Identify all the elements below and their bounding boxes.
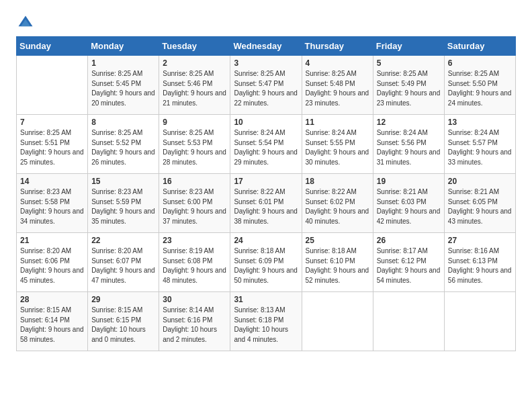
day-cell: 22 Sunrise: 8:20 AMSunset: 6:07 PMDaylig… [88, 233, 159, 292]
day-number: 23 [163, 236, 226, 245]
day-number: 6 [448, 58, 512, 68]
day-cell: 25 Sunrise: 8:18 AMSunset: 6:10 PMDaylig… [302, 233, 373, 292]
day-number: 22 [91, 236, 155, 245]
day-number: 18 [306, 177, 369, 186]
day-cell [17, 56, 88, 115]
day-info: Sunrise: 8:24 AMSunset: 5:56 PMDaylight:… [377, 128, 441, 167]
day-cell: 29 Sunrise: 8:15 AMSunset: 6:15 PMDaylig… [88, 292, 159, 351]
logo-icon [16, 13, 35, 32]
week-row-5: 28 Sunrise: 8:15 AMSunset: 6:14 PMDaylig… [17, 292, 516, 351]
day-number: 29 [91, 295, 155, 304]
day-info: Sunrise: 8:24 AMSunset: 5:55 PMDaylight:… [306, 128, 369, 167]
day-cell: 20 Sunrise: 8:21 AMSunset: 6:05 PMDaylig… [444, 174, 515, 233]
day-cell: 8 Sunrise: 8:25 AMSunset: 5:52 PMDayligh… [88, 115, 159, 174]
day-number: 9 [163, 118, 226, 127]
day-cell: 12 Sunrise: 8:24 AMSunset: 5:56 PMDaylig… [373, 115, 444, 174]
day-number: 13 [448, 118, 512, 127]
day-info: Sunrise: 8:17 AMSunset: 6:12 PMDaylight:… [377, 246, 441, 285]
day-info: Sunrise: 8:25 AMSunset: 5:49 PMDaylight:… [377, 69, 441, 108]
day-number: 1 [91, 58, 155, 68]
day-number: 20 [448, 177, 512, 186]
day-number: 10 [234, 118, 298, 127]
day-info: Sunrise: 8:25 AMSunset: 5:45 PMDaylight:… [91, 69, 155, 108]
day-info: Sunrise: 8:25 AMSunset: 5:50 PMDaylight:… [448, 69, 512, 108]
day-number: 25 [306, 236, 369, 245]
day-cell: 13 Sunrise: 8:24 AMSunset: 5:57 PMDaylig… [444, 115, 515, 174]
day-number: 26 [377, 236, 441, 245]
day-info: Sunrise: 8:25 AMSunset: 5:53 PMDaylight:… [163, 128, 226, 167]
day-cell: 30 Sunrise: 8:14 AMSunset: 6:16 PMDaylig… [159, 292, 230, 351]
day-cell: 19 Sunrise: 8:21 AMSunset: 6:03 PMDaylig… [373, 174, 444, 233]
day-number: 27 [448, 236, 512, 245]
day-info: Sunrise: 8:25 AMSunset: 5:48 PMDaylight:… [306, 69, 369, 108]
day-cell: 11 Sunrise: 8:24 AMSunset: 5:55 PMDaylig… [302, 115, 373, 174]
day-number: 3 [234, 58, 298, 68]
day-number: 11 [306, 118, 369, 127]
header-friday: Friday [373, 37, 444, 56]
day-cell: 9 Sunrise: 8:25 AMSunset: 5:53 PMDayligh… [159, 115, 230, 174]
day-cell: 27 Sunrise: 8:16 AMSunset: 6:13 PMDaylig… [444, 233, 515, 292]
day-number: 16 [163, 177, 226, 186]
day-number: 12 [377, 118, 441, 127]
day-cell: 26 Sunrise: 8:17 AMSunset: 6:12 PMDaylig… [373, 233, 444, 292]
day-cell: 18 Sunrise: 8:22 AMSunset: 6:02 PMDaylig… [302, 174, 373, 233]
day-cell: 16 Sunrise: 8:23 AMSunset: 6:00 PMDaylig… [159, 174, 230, 233]
header-row: SundayMondayTuesdayWednesdayThursdayFrid… [17, 37, 516, 56]
day-info: Sunrise: 8:25 AMSunset: 5:52 PMDaylight:… [91, 128, 155, 167]
day-cell: 28 Sunrise: 8:15 AMSunset: 6:14 PMDaylig… [17, 292, 88, 351]
day-cell: 2 Sunrise: 8:25 AMSunset: 5:46 PMDayligh… [159, 56, 230, 115]
day-info: Sunrise: 8:21 AMSunset: 6:03 PMDaylight:… [377, 187, 441, 226]
day-info: Sunrise: 8:24 AMSunset: 5:57 PMDaylight:… [448, 128, 512, 167]
day-cell: 10 Sunrise: 8:24 AMSunset: 5:54 PMDaylig… [230, 115, 302, 174]
day-number: 8 [91, 118, 155, 127]
day-number: 21 [20, 236, 84, 245]
calendar-table: SundayMondayTuesdayWednesdayThursdayFrid… [16, 36, 516, 351]
header-wednesday: Wednesday [230, 37, 302, 56]
day-info: Sunrise: 8:23 AMSunset: 5:59 PMDaylight:… [91, 187, 155, 226]
day-number: 31 [234, 295, 298, 304]
day-number: 4 [306, 58, 369, 68]
day-number: 14 [20, 177, 84, 186]
day-info: Sunrise: 8:23 AMSunset: 5:58 PMDaylight:… [20, 187, 84, 226]
header-thursday: Thursday [302, 37, 373, 56]
day-info: Sunrise: 8:25 AMSunset: 5:51 PMDaylight:… [20, 128, 84, 167]
day-info: Sunrise: 8:22 AMSunset: 6:01 PMDaylight:… [234, 187, 298, 226]
day-cell: 6 Sunrise: 8:25 AMSunset: 5:50 PMDayligh… [444, 56, 515, 115]
day-number: 19 [377, 177, 441, 186]
day-number: 5 [377, 58, 441, 68]
day-info: Sunrise: 8:24 AMSunset: 5:54 PMDaylight:… [234, 128, 298, 167]
header-monday: Monday [88, 37, 159, 56]
day-cell: 5 Sunrise: 8:25 AMSunset: 5:49 PMDayligh… [373, 56, 444, 115]
header-tuesday: Tuesday [159, 37, 230, 56]
day-cell: 1 Sunrise: 8:25 AMSunset: 5:45 PMDayligh… [88, 56, 159, 115]
day-info: Sunrise: 8:13 AMSunset: 6:18 PMDaylight:… [234, 306, 298, 345]
week-row-4: 21 Sunrise: 8:20 AMSunset: 6:06 PMDaylig… [17, 233, 516, 292]
day-info: Sunrise: 8:19 AMSunset: 6:08 PMDaylight:… [163, 246, 226, 285]
day-number: 7 [20, 118, 84, 127]
day-number: 17 [234, 177, 298, 186]
day-number: 2 [163, 58, 226, 68]
day-info: Sunrise: 8:18 AMSunset: 6:10 PMDaylight:… [306, 246, 369, 285]
day-cell: 4 Sunrise: 8:25 AMSunset: 5:48 PMDayligh… [302, 56, 373, 115]
day-info: Sunrise: 8:25 AMSunset: 5:46 PMDaylight:… [163, 69, 226, 108]
day-cell: 14 Sunrise: 8:23 AMSunset: 5:58 PMDaylig… [17, 174, 88, 233]
day-number: 24 [234, 236, 298, 245]
day-cell: 7 Sunrise: 8:25 AMSunset: 5:51 PMDayligh… [17, 115, 88, 174]
header-saturday: Saturday [444, 37, 515, 56]
day-info: Sunrise: 8:22 AMSunset: 6:02 PMDaylight:… [306, 187, 369, 226]
day-cell: 17 Sunrise: 8:22 AMSunset: 6:01 PMDaylig… [230, 174, 302, 233]
day-info: Sunrise: 8:21 AMSunset: 6:05 PMDaylight:… [448, 187, 512, 226]
day-number: 28 [20, 295, 84, 304]
day-cell [373, 292, 444, 351]
day-info: Sunrise: 8:14 AMSunset: 6:16 PMDaylight:… [163, 306, 226, 345]
day-info: Sunrise: 8:23 AMSunset: 6:00 PMDaylight:… [163, 187, 226, 226]
logo [16, 13, 38, 32]
page-header [16, 13, 516, 32]
day-info: Sunrise: 8:20 AMSunset: 6:06 PMDaylight:… [20, 246, 84, 285]
day-info: Sunrise: 8:15 AMSunset: 6:14 PMDaylight:… [20, 306, 84, 345]
day-cell: 21 Sunrise: 8:20 AMSunset: 6:06 PMDaylig… [17, 233, 88, 292]
day-cell: 15 Sunrise: 8:23 AMSunset: 5:59 PMDaylig… [88, 174, 159, 233]
day-cell [302, 292, 373, 351]
day-number: 30 [163, 295, 226, 304]
day-number: 15 [91, 177, 155, 186]
